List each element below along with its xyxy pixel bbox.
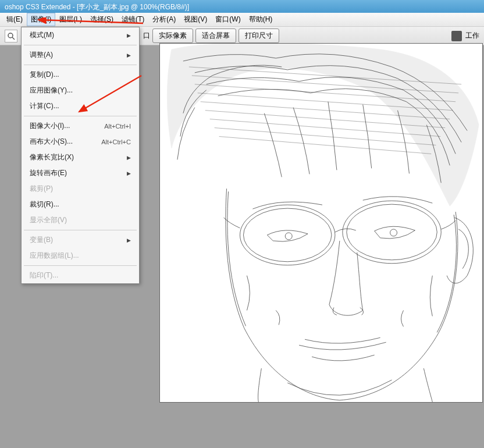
menu-layer[interactable]: 图层(L)	[55, 13, 86, 26]
menu-item-label: 计算(C)...	[30, 101, 59, 111]
menu-item: 裁剪(P)	[22, 181, 139, 197]
menu-item-label: 像素长宽比(X)	[30, 152, 74, 162]
menu-select[interactable]: 选择(S)	[86, 13, 118, 26]
print-size-button[interactable]: 打印尺寸	[239, 29, 279, 43]
menu-help[interactable]: 帮助(H)	[245, 13, 277, 26]
menu-item-label: 复制(D)...	[30, 70, 59, 80]
menu-item-label: 应用数据组(L)...	[30, 251, 79, 261]
menu-item-label: 陷印(T)...	[30, 271, 58, 280]
menu-item-label: 旋转画布(E)	[30, 168, 67, 178]
svg-line-1	[12, 37, 15, 40]
fit-window-label: 口	[143, 31, 150, 41]
actual-pixels-button[interactable]: 实际像素	[152, 29, 193, 43]
menu-image[interactable]: 图像(I)	[27, 13, 55, 26]
menu-item: 应用数据组(L)...	[22, 248, 139, 264]
menu-item[interactable]: 像素长宽比(X)▶	[22, 150, 139, 165]
submenu-arrow-icon: ▶	[127, 52, 131, 58]
menu-item[interactable]: 调整(A)▶	[22, 47, 139, 63]
submenu-arrow-icon: ▶	[127, 170, 131, 176]
menu-separator	[24, 230, 137, 230]
menu-item-label: 调整(A)	[30, 50, 53, 60]
menu-window[interactable]: 窗口(W)	[211, 13, 244, 26]
menu-separator	[24, 65, 137, 65]
workspace-icon[interactable]	[451, 31, 462, 41]
menu-item[interactable]: 旋转画布(E)▶	[22, 165, 139, 181]
menu-separator	[24, 265, 137, 266]
menu-item-label: 裁剪(P)	[30, 184, 53, 194]
menu-separator	[24, 116, 137, 116]
menu-analysis[interactable]: 分析(A)	[148, 13, 180, 26]
submenu-arrow-icon: ▶	[127, 155, 131, 161]
menu-item: 陷印(T)...	[22, 268, 139, 283]
menu-view[interactable]: 视图(V)	[180, 13, 211, 26]
workspace-label: 工作	[465, 31, 479, 41]
fit-screen-button[interactable]: 适合屏幕	[195, 29, 236, 43]
menu-item-label: 应用图像(Y)...	[30, 86, 73, 95]
document-image	[160, 44, 482, 402]
document-window[interactable]	[159, 43, 483, 403]
menu-item[interactable]: 应用图像(Y)...	[22, 83, 139, 98]
menu-item-label: 显示全部(V)	[30, 215, 67, 225]
menu-item-shortcut: Alt+Ctrl+I	[104, 123, 131, 130]
menu-item[interactable]: 模式(M)▶	[22, 27, 139, 43]
menu-item[interactable]: 图像大小(I)...Alt+Ctrl+I	[22, 118, 139, 134]
menu-item-label: 变量(B)	[30, 235, 53, 245]
menu-item-label: 图像大小(I)...	[30, 121, 70, 131]
menu-item: 显示全部(V)	[22, 212, 139, 228]
menu-item[interactable]: 裁切(R)...	[22, 197, 139, 212]
menu-edit[interactable]: 辑(E)	[2, 13, 27, 26]
menu-item-label: 裁切(R)...	[30, 200, 59, 209]
menu-item: 变量(B)▶	[22, 232, 139, 248]
title-bar: oshop CS3 Extended - [李小龙_副本.jpg @ 100%(…	[0, 0, 484, 13]
menu-item-shortcut: Alt+Ctrl+C	[101, 138, 131, 145]
menu-item-label: 模式(M)	[30, 30, 54, 40]
image-menu-dropdown: 模式(M)▶调整(A)▶复制(D)...应用图像(Y)...计算(C)...图像…	[21, 27, 140, 284]
menu-filter[interactable]: 滤镜(T)	[118, 13, 148, 26]
menu-bar: 辑(E) 图像(I) 图层(L) 选择(S) 滤镜(T) 分析(A) 视图(V)…	[0, 13, 484, 27]
submenu-arrow-icon: ▶	[127, 237, 131, 243]
tool-icon[interactable]	[5, 30, 17, 42]
svg-point-0	[8, 33, 13, 38]
menu-item-label: 画布大小(S)...	[30, 137, 73, 147]
menu-item[interactable]: 画布大小(S)...Alt+Ctrl+C	[22, 134, 139, 150]
menu-item[interactable]: 复制(D)...	[22, 67, 139, 83]
menu-item[interactable]: 计算(C)...	[22, 98, 139, 114]
menu-separator	[24, 45, 137, 45]
submenu-arrow-icon: ▶	[127, 33, 131, 38]
